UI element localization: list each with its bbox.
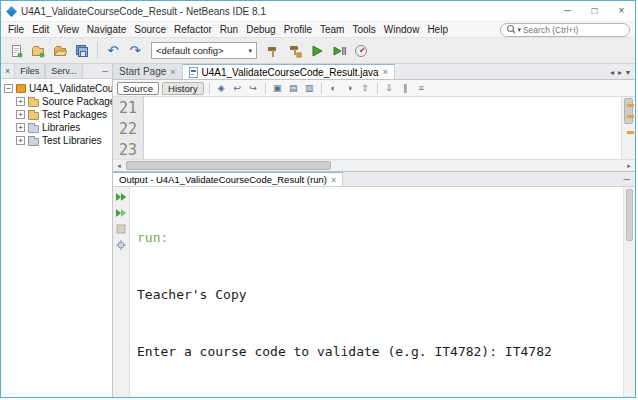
next-bookmark-icon[interactable]: ◑ <box>343 83 356 93</box>
code-editor[interactable]: 21 22 23 System.out.println("Teacher's C… <box>113 97 635 159</box>
explorer-close-icon[interactable]: × <box>1 66 14 76</box>
tree-item-test-packages[interactable]: + Test Packages <box>1 108 112 121</box>
redo-icon[interactable]: ↷ <box>125 41 145 61</box>
menu-edit[interactable]: Edit <box>28 24 53 35</box>
tab-services[interactable]: Serv... <box>45 64 82 78</box>
scrollbar-thumb[interactable] <box>624 98 633 124</box>
toggle-highlight-icon[interactable]: ▥ <box>303 83 316 93</box>
scroll-right-icon[interactable]: ▸ <box>623 162 635 170</box>
console-line: run: <box>137 228 623 247</box>
editor-horizontal-scrollbar[interactable]: ◂ ▸ <box>113 159 635 171</box>
tree-item-label: Source Packages <box>42 96 112 107</box>
open-project-icon[interactable] <box>50 41 70 61</box>
quick-search-box[interactable]: ▾ <box>500 23 630 37</box>
search-dropdown-icon[interactable]: ▾ <box>517 26 521 34</box>
config-selector[interactable]: <default config> ▾ <box>151 42 257 59</box>
tab-java-file[interactable]: U4A1_ValidateCourseCode_Result.java × <box>183 64 395 79</box>
editor-toolbar-separator <box>209 83 210 94</box>
tab-files[interactable]: Files <box>14 64 45 78</box>
new-project-icon[interactable] <box>28 41 48 61</box>
output-vertical-scrollbar[interactable] <box>623 187 635 397</box>
expand-toggle-icon[interactable]: + <box>16 110 25 119</box>
search-input[interactable] <box>523 25 624 35</box>
clean-build-icon[interactable] <box>285 41 305 61</box>
find-occurrences-icon[interactable]: ▤ <box>287 83 300 93</box>
build-project-icon[interactable] <box>263 41 283 61</box>
undo-icon[interactable]: ↶ <box>103 41 123 61</box>
menu-file[interactable]: File <box>4 24 28 35</box>
tab-list-icon[interactable]: ▾ <box>626 68 630 77</box>
tree-root-project[interactable]: − U4A1_ValidateCourseCode <box>1 82 112 95</box>
collapse-toggle-icon[interactable]: − <box>4 84 13 93</box>
menu-tools[interactable]: Tools <box>348 24 379 35</box>
menu-window[interactable]: Window <box>380 24 424 35</box>
main-toolbar: ↶ ↷ <default config> ▾ <box>1 38 635 64</box>
menu-help[interactable]: Help <box>423 24 452 35</box>
explorer-minimize-icon[interactable]: ─ <box>102 67 112 76</box>
menu-navigate[interactable]: Navigate <box>83 24 130 35</box>
toggle-bookmark-icon[interactable]: ⇧ <box>359 83 372 93</box>
editor-vertical-scrollbar[interactable] <box>621 97 635 159</box>
menubar: File Edit View Navigate Source Refactor … <box>1 21 635 38</box>
scrollbar-thumb[interactable] <box>126 161 331 170</box>
scroll-tabs-left-icon[interactable]: ◂ <box>610 68 614 77</box>
output-tab[interactable]: Output - U4A1_ValidateCourseCode_Result … <box>113 172 343 186</box>
debug-project-icon[interactable] <box>329 41 349 61</box>
line-number: 23 <box>119 140 143 161</box>
rerun-debug-icon[interactable] <box>115 207 128 219</box>
menu-profile[interactable]: Profile <box>280 24 316 35</box>
editor-tab-strip: Start Page × U4A1_ValidateCourseCode_Res… <box>113 64 635 80</box>
run-project-icon[interactable] <box>307 41 327 61</box>
save-all-icon[interactable] <box>72 41 92 61</box>
expand-toggle-icon[interactable]: + <box>16 123 25 132</box>
output-minimize-icon[interactable]: ─ <box>624 174 635 186</box>
tab-start-page[interactable]: Start Page × <box>113 64 183 79</box>
minimize-button[interactable]: ─ <box>554 1 581 21</box>
scroll-tabs-right-icon[interactable]: ▸ <box>618 68 622 77</box>
shift-line-left-icon[interactable]: ⇩ <box>383 83 396 93</box>
tree-item-source-packages[interactable]: + Source Packages <box>1 95 112 108</box>
menu-run[interactable]: Run <box>216 24 242 35</box>
find-selection-icon[interactable]: ▣ <box>271 83 284 93</box>
source-view-button[interactable]: Source <box>117 82 159 95</box>
libraries-folder-icon <box>28 125 39 133</box>
rerun-icon[interactable] <box>115 191 128 203</box>
menu-view[interactable]: View <box>53 24 83 35</box>
expand-toggle-icon[interactable]: + <box>16 136 25 145</box>
close-button[interactable]: × <box>608 1 635 21</box>
tree-item-libraries[interactable]: + Libraries <box>1 121 112 134</box>
window-controls: ─ □ × <box>554 1 635 21</box>
scroll-left-icon[interactable]: ◂ <box>113 162 125 170</box>
history-view-button[interactable]: History <box>162 82 204 95</box>
warning-mark[interactable] <box>627 131 634 134</box>
ant-settings-icon[interactable] <box>115 239 128 251</box>
scrollbar-thumb[interactable] <box>626 189 633 241</box>
tree-item-test-libraries[interactable]: + Test Libraries <box>1 134 112 147</box>
last-edit-position-icon[interactable]: ◈ <box>215 83 228 93</box>
menu-team[interactable]: Team <box>316 24 348 35</box>
output-tab-strip: Output - U4A1_ValidateCourseCode_Result … <box>113 172 635 187</box>
project-icon <box>16 84 26 93</box>
back-icon[interactable]: ↩ <box>231 83 244 93</box>
stop-build-icon[interactable] <box>115 223 128 235</box>
output-console[interactable]: run: Teacher's Copy Enter a course code … <box>130 187 623 397</box>
tab-close-icon[interactable]: × <box>331 175 336 185</box>
new-file-icon[interactable] <box>6 41 26 61</box>
menu-refactor[interactable]: Refactor <box>170 24 216 35</box>
forward-icon[interactable]: ↪ <box>247 83 260 93</box>
shift-line-right-icon[interactable]: ∥ <box>399 83 412 93</box>
projects-tree: − U4A1_ValidateCourseCode + Source Packa… <box>1 79 112 397</box>
warning-mark[interactable] <box>627 115 634 118</box>
menu-source[interactable]: Source <box>130 24 170 35</box>
expand-toggle-icon[interactable]: + <box>16 97 25 106</box>
main-area: × Files Serv... ─ − U4A1_ValidateCourseC… <box>1 64 635 397</box>
warning-mark[interactable] <box>627 104 634 107</box>
tab-close-icon[interactable]: × <box>383 67 388 77</box>
profile-project-icon[interactable] <box>351 41 371 61</box>
toggle-comment-icon[interactable]: ≡ <box>415 83 428 93</box>
code-text[interactable]: System.out.println("Teacher's Copy"); <box>144 97 621 159</box>
menu-debug[interactable]: Debug <box>242 24 279 35</box>
tab-close-icon[interactable]: × <box>170 67 175 77</box>
maximize-button[interactable]: □ <box>581 1 608 21</box>
previous-bookmark-icon[interactable]: ◐ <box>327 83 340 93</box>
